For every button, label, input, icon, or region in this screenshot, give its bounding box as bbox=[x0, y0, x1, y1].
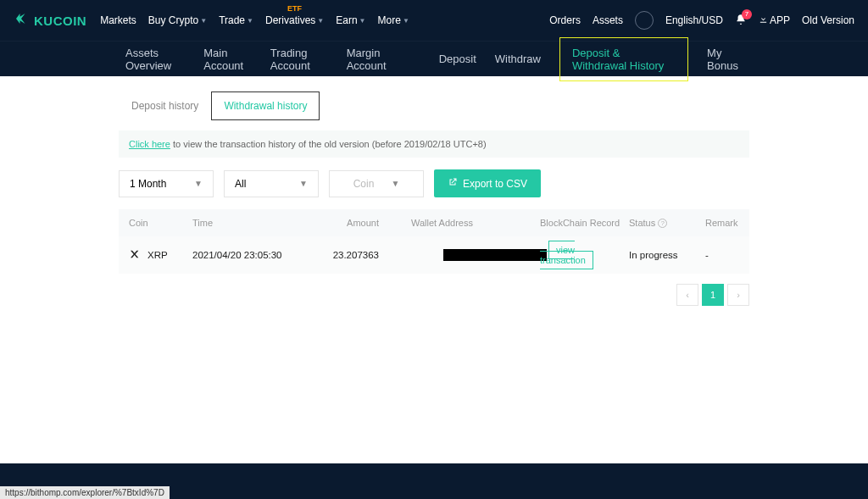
page-prev-button[interactable]: ‹ bbox=[676, 284, 698, 306]
download-icon bbox=[759, 14, 768, 26]
table-header: Coin Time Amount Wallet Address BlockCha… bbox=[119, 209, 749, 236]
export-csv-button[interactable]: Export to CSV bbox=[434, 169, 541, 197]
logo-icon bbox=[14, 11, 29, 30]
chevron-down-icon: ▼ bbox=[317, 17, 324, 25]
right-nav: Orders Assets English/USD 7 APP Old Vers… bbox=[549, 11, 854, 30]
nav-derivatives[interactable]: ETF Derivatives▼ bbox=[265, 14, 324, 26]
nav-assets[interactable]: Assets bbox=[593, 14, 623, 26]
th-wallet: Wallet Address bbox=[379, 218, 531, 228]
cell-wallet bbox=[379, 249, 531, 261]
notice-text: to view the transaction history of the o… bbox=[170, 139, 487, 149]
th-coin: Coin bbox=[129, 218, 192, 228]
nav-trade[interactable]: Trade▼ bbox=[219, 14, 253, 26]
notice-link[interactable]: Click here bbox=[129, 139, 170, 149]
cell-blockchain: view transaction bbox=[531, 245, 629, 265]
chevron-down-icon: ▼ bbox=[403, 17, 409, 25]
page-number-button[interactable]: 1 bbox=[702, 284, 724, 306]
nav-orders[interactable]: Orders bbox=[549, 14, 581, 26]
subnav-withdraw[interactable]: Withdraw bbox=[495, 53, 541, 65]
logo[interactable]: KUCOIN bbox=[14, 11, 86, 30]
tab-deposit-history[interactable]: Deposit history bbox=[119, 91, 211, 120]
etf-badge: ETF bbox=[287, 4, 302, 13]
cell-coin: XRP bbox=[129, 248, 192, 262]
filter-bar: 1 Month ▼ All ▼ Coin ▼ Export to CSV bbox=[119, 169, 749, 197]
nav-old-version[interactable]: Old Version bbox=[802, 14, 854, 26]
period-dropdown[interactable]: 1 Month ▼ bbox=[119, 170, 214, 197]
notification-count: 7 bbox=[742, 9, 752, 19]
avatar[interactable] bbox=[635, 11, 654, 30]
withdrawal-table: Coin Time Amount Wallet Address BlockCha… bbox=[119, 209, 749, 274]
notifications-button[interactable]: 7 bbox=[735, 14, 747, 28]
th-blockchain: BlockChain Record bbox=[531, 218, 629, 228]
chevron-down-icon: ▼ bbox=[299, 179, 308, 188]
export-icon bbox=[448, 177, 458, 190]
coin-filter-dropdown[interactable]: All ▼ bbox=[224, 170, 319, 197]
main-nav: Markets Buy Crypto▼ Trade▼ ETF Derivativ… bbox=[100, 14, 409, 26]
nav-app[interactable]: APP bbox=[759, 14, 790, 26]
old-version-notice: Click here to view the transaction histo… bbox=[119, 130, 749, 158]
subnav-margin-account[interactable]: Margin Account bbox=[347, 47, 402, 72]
nav-earn[interactable]: Earn▼ bbox=[336, 14, 365, 26]
chevron-down-icon: ▼ bbox=[391, 179, 399, 188]
pagination: ‹ 1 › bbox=[119, 284, 749, 306]
subnav-main-account[interactable]: Main Account bbox=[203, 47, 252, 72]
subnav-assets-overview[interactable]: Assets Overview bbox=[125, 47, 185, 72]
xrp-icon bbox=[129, 248, 142, 262]
th-remark: Remark bbox=[705, 218, 739, 228]
cell-amount: 23.207363 bbox=[324, 250, 379, 260]
chevron-down-icon: ▼ bbox=[200, 17, 207, 25]
logo-text: KUCOIN bbox=[34, 14, 86, 28]
nav-language[interactable]: English/USD bbox=[665, 14, 723, 26]
nav-more[interactable]: More▼ bbox=[378, 14, 409, 26]
view-transaction-link[interactable]: view transaction bbox=[540, 241, 593, 269]
subnav-deposit[interactable]: Deposit bbox=[439, 53, 476, 65]
chevron-down-icon: ▼ bbox=[359, 17, 366, 25]
coin-select-dropdown[interactable]: Coin ▼ bbox=[329, 170, 424, 197]
subnav-trading-account[interactable]: Trading Account bbox=[270, 47, 328, 72]
top-navbar: KUCOIN Markets Buy Crypto▼ Trade▼ ETF De… bbox=[0, 0, 868, 41]
th-time: Time bbox=[192, 218, 324, 228]
main-content: Deposit history Withdrawal history Click… bbox=[0, 76, 868, 306]
chevron-down-icon: ▼ bbox=[194, 179, 203, 188]
cell-status: In progress bbox=[629, 250, 705, 260]
help-icon[interactable]: ? bbox=[658, 219, 667, 228]
browser-status-bar: https://bithomp.com/explorer/%7BtxId%7D bbox=[0, 486, 170, 499]
th-status: Status ? bbox=[629, 218, 705, 228]
table-row: XRP 2021/04/20 23:05:30 23.207363 view t… bbox=[119, 236, 749, 274]
page-next-button[interactable]: › bbox=[727, 284, 749, 306]
sub-navbar: Assets Overview Main Account Trading Acc… bbox=[0, 41, 868, 76]
th-amount: Amount bbox=[324, 218, 379, 228]
cell-remark: - bbox=[705, 250, 739, 260]
history-tabs: Deposit history Withdrawal history bbox=[119, 91, 749, 120]
tab-withdrawal-history[interactable]: Withdrawal history bbox=[211, 91, 320, 120]
cell-time: 2021/04/20 23:05:30 bbox=[192, 250, 324, 260]
nav-markets[interactable]: Markets bbox=[100, 14, 136, 26]
chevron-down-icon: ▼ bbox=[247, 17, 253, 25]
subnav-my-bonus[interactable]: My Bonus bbox=[707, 47, 743, 72]
subnav-history[interactable]: Deposit & Withdrawal History bbox=[559, 37, 688, 81]
nav-buy-crypto[interactable]: Buy Crypto▼ bbox=[148, 14, 207, 26]
